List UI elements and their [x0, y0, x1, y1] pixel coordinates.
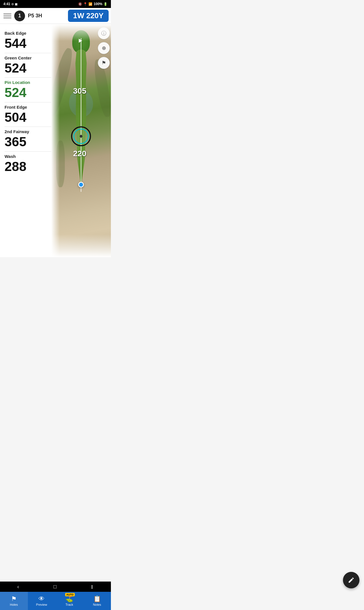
gps-dot [78, 182, 84, 187]
battery-icon: 🔋 [104, 2, 107, 6]
status-right: 🔇 📍 📶 100% 🔋 [78, 2, 107, 6]
status-icon-1: ⊙ [11, 3, 14, 6]
distance-220-label: 220 [73, 149, 86, 158]
wifi-icon: 📶 [88, 2, 92, 6]
status-time: 4:41 [3, 2, 10, 6]
notes-label: Notes [93, 603, 101, 606]
mute-icon: 🔇 [78, 2, 82, 6]
notes-icon: 📋 [93, 596, 101, 602]
measure-line [81, 41, 81, 192]
recents-button[interactable]: ⫿ [85, 583, 99, 591]
distance-305-label: 305 [73, 86, 86, 96]
location-icon: 📍 [83, 2, 87, 6]
holes-icon: ⚑ [11, 596, 17, 602]
home-button[interactable]: □ [48, 583, 62, 591]
club-badge[interactable]: 1W 220Y [68, 10, 109, 22]
top-nav: 1 P5 3H 1W 220Y [0, 8, 111, 24]
bottom-nav: ⚑ Holes 👁 Preview AUTO ⛳ Track 📋 Notes [0, 592, 111, 610]
ball-inner-ring [73, 129, 89, 144]
nav-notes[interactable]: 📋 Notes [83, 592, 111, 610]
nav-track[interactable]: AUTO ⛳ Track [55, 592, 83, 610]
flag-marker [78, 38, 84, 47]
menu-button[interactable] [3, 14, 11, 18]
nav-preview[interactable]: 👁 Preview [28, 592, 56, 610]
track-icon: ⛳ [65, 596, 73, 602]
map-sidebar: ⓘ ⊕ ⚑ [98, 27, 110, 69]
flag-triangle [79, 39, 82, 43]
holes-label: Holes [10, 603, 18, 606]
zoom-button[interactable]: ⊕ [98, 42, 110, 54]
status-bar: 4:41 ⊙ ▣ 🔇 📍 📶 100% 🔋 [0, 0, 111, 8]
hole-info: P5 3H [28, 13, 42, 19]
battery-label: 100% [94, 2, 102, 6]
auto-badge: AUTO [65, 593, 75, 596]
ball-dot [80, 135, 82, 138]
system-nav: ‹ □ ⫿ [0, 582, 111, 592]
back-button[interactable]: ‹ [12, 583, 25, 591]
status-icon-2: ▣ [15, 3, 17, 6]
info-button[interactable]: ⓘ [98, 27, 110, 39]
status-left: 4:41 ⊙ ▣ [3, 2, 17, 6]
course-map-container[interactable]: 305 220 ⓘ ⊕ ⚑ [51, 24, 111, 257]
flag-button[interactable]: ⚑ [98, 57, 110, 69]
main-content: Back Edge 544 Green Center 524 Pin Locat… [0, 24, 111, 257]
nav-holes[interactable]: ⚑ Holes [0, 592, 28, 610]
rough-left-2 [56, 141, 65, 187]
course-map[interactable]: 305 220 ⓘ ⊕ ⚑ [51, 24, 111, 257]
ball-circle[interactable] [71, 126, 91, 146]
hole-badge: 1 [14, 11, 25, 21]
preview-icon: 👁 [38, 596, 45, 602]
track-label: Track [65, 603, 73, 606]
preview-label: Preview [36, 603, 47, 606]
